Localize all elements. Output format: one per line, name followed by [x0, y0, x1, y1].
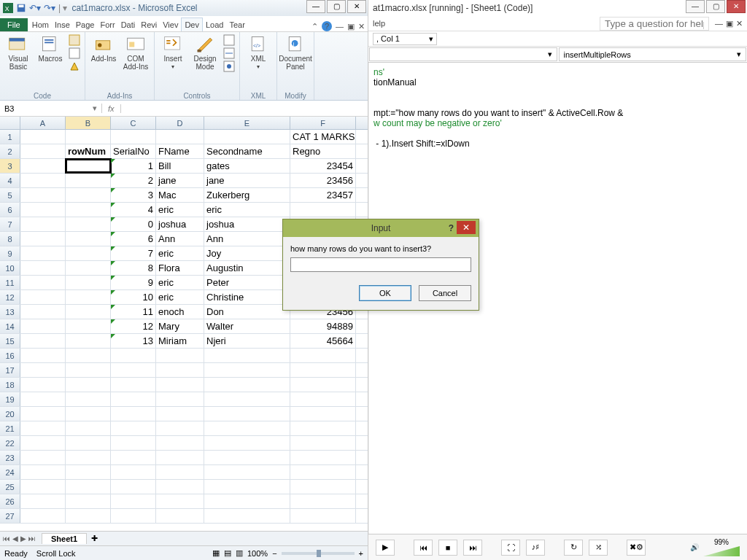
- cell-B18[interactable]: [66, 378, 111, 392]
- ribbon-tab-load[interactable]: Load: [203, 18, 226, 31]
- mdi-close-icon[interactable]: ✕: [736, 19, 743, 28]
- cell-A4[interactable]: [20, 174, 66, 187]
- file-tab[interactable]: File: [0, 18, 28, 31]
- cell-F2[interactable]: Regno: [290, 144, 356, 158]
- repeat-icon[interactable]: ↻: [564, 540, 583, 556]
- undo-icon[interactable]: ↶▾: [29, 3, 41, 13]
- maximize-button[interactable]: ▢: [327, 0, 346, 13]
- cell-E7[interactable]: joshua: [204, 217, 290, 231]
- cell-B24[interactable]: [66, 465, 111, 479]
- com-addins-button[interactable]: COM Add-Ins: [122, 34, 150, 71]
- cell-D19[interactable]: [156, 392, 204, 406]
- cell-E6[interactable]: eric: [204, 203, 290, 217]
- ribbon-tab-forr[interactable]: Forr: [97, 18, 117, 31]
- cell-E24[interactable]: [204, 465, 290, 479]
- dialog-close-button[interactable]: ✕: [457, 221, 476, 234]
- cell-C22[interactable]: [111, 436, 156, 450]
- cell-B23[interactable]: [66, 451, 111, 464]
- cell-A20[interactable]: [20, 407, 66, 421]
- cell-F3[interactable]: 23454: [290, 159, 356, 173]
- next-sheet-icon[interactable]: ▶: [20, 534, 26, 542]
- prev-sheet-icon[interactable]: ◀: [12, 534, 18, 542]
- select-all-corner[interactable]: [0, 117, 20, 129]
- column-header-C[interactable]: C: [111, 117, 156, 129]
- cell-A17[interactable]: [20, 363, 66, 377]
- row-header[interactable]: 26: [0, 494, 20, 508]
- cell-C8[interactable]: 6: [111, 232, 156, 246]
- cell-C18[interactable]: [111, 378, 156, 392]
- cell-D10[interactable]: Flora: [156, 261, 204, 275]
- cell-F26[interactable]: [290, 494, 356, 508]
- cell-D13[interactable]: enoch: [156, 305, 204, 319]
- cell-E22[interactable]: [204, 436, 290, 450]
- cell-A7[interactable]: [20, 217, 66, 231]
- zoom-value[interactable]: 100%: [247, 549, 268, 558]
- cell-E17[interactable]: [204, 363, 290, 377]
- cell-C2[interactable]: SerialNo: [111, 144, 156, 158]
- ribbon-tab-hom[interactable]: Hom: [29, 18, 52, 31]
- cell-B11[interactable]: [66, 276, 111, 289]
- cell-A13[interactable]: [20, 305, 66, 319]
- cell-F17[interactable]: [290, 363, 356, 377]
- cell-E8[interactable]: Ann: [204, 232, 290, 246]
- row-header[interactable]: 27: [0, 509, 20, 523]
- dialog-help-icon[interactable]: ?: [449, 223, 454, 233]
- cell-C20[interactable]: [111, 407, 156, 421]
- cell-A3[interactable]: [20, 159, 66, 173]
- cell-C24[interactable]: [111, 465, 156, 479]
- cell-D5[interactable]: Mac: [156, 188, 204, 202]
- sheet-tab[interactable]: Sheet1: [42, 533, 87, 544]
- cell-E19[interactable]: [204, 392, 290, 406]
- cell-D8[interactable]: Ann: [156, 232, 204, 246]
- cell-D20[interactable]: [156, 407, 204, 421]
- cell-F22[interactable]: [290, 436, 356, 450]
- cell-E16[interactable]: [204, 349, 290, 362]
- zoom-in-icon[interactable]: +: [359, 549, 363, 558]
- ask-question-input[interactable]: [600, 17, 709, 31]
- vbe-minimize-button[interactable]: —: [686, 0, 705, 13]
- cell-C16[interactable]: [111, 349, 156, 362]
- cell-E27[interactable]: [204, 509, 290, 523]
- cell-A24[interactable]: [20, 465, 66, 479]
- cell-D18[interactable]: [156, 378, 204, 392]
- ribbon-tab-dati[interactable]: Dati: [118, 18, 139, 31]
- cell-B14[interactable]: [66, 319, 111, 333]
- procedure-dropdown[interactable]: insertMultipleRows▾: [559, 47, 747, 61]
- cell-F27[interactable]: [290, 509, 356, 523]
- cell-C9[interactable]: 7: [111, 246, 156, 260]
- cell-C15[interactable]: 13: [111, 334, 156, 348]
- cell-B16[interactable]: [66, 349, 111, 362]
- cell-F4[interactable]: 23456: [290, 174, 356, 187]
- ribbon-tab-inse[interactable]: Inse: [52, 18, 73, 31]
- ribbon-tab-tear[interactable]: Tear: [226, 18, 247, 31]
- column-header-B[interactable]: B: [66, 117, 111, 129]
- cell-B10[interactable]: [66, 261, 111, 275]
- row-header[interactable]: 4: [0, 174, 20, 187]
- row-header[interactable]: 17: [0, 363, 20, 377]
- vbe-menu-help[interactable]: lelp: [373, 19, 385, 28]
- play-button[interactable]: ▶: [376, 540, 395, 556]
- zoom-out-icon[interactable]: −: [272, 549, 276, 558]
- row-header[interactable]: 25: [0, 480, 20, 494]
- insert-control-button[interactable]: Insert▾: [159, 34, 187, 71]
- spreadsheet-grid[interactable]: ABCDEF 1CAT 1 MARKS2rowNumSerialNoFNameS…: [0, 117, 368, 531]
- column-header-E[interactable]: E: [204, 117, 290, 129]
- cell-C13[interactable]: 11: [111, 305, 156, 319]
- row-header[interactable]: 19: [0, 392, 20, 406]
- mdi-min-icon[interactable]: —: [715, 19, 723, 28]
- cell-A18[interactable]: [20, 378, 66, 392]
- cell-C19[interactable]: [111, 392, 156, 406]
- column-header-F[interactable]: F: [290, 117, 356, 129]
- row-header[interactable]: 9: [0, 246, 20, 260]
- shuffle-icon[interactable]: ⤮: [589, 540, 608, 556]
- cell-B22[interactable]: [66, 436, 111, 450]
- cell-A26[interactable]: [20, 494, 66, 508]
- row-header[interactable]: 1: [0, 130, 20, 144]
- cell-E2[interactable]: Secondname: [204, 144, 290, 158]
- row-header[interactable]: 11: [0, 276, 20, 289]
- row-header[interactable]: 14: [0, 319, 20, 333]
- name-box[interactable]: B3▾: [0, 104, 102, 113]
- document-panel-button[interactable]: iDocument Panel: [282, 34, 309, 71]
- vbe-close-button[interactable]: ✕: [727, 0, 746, 13]
- cell-D24[interactable]: [156, 465, 204, 479]
